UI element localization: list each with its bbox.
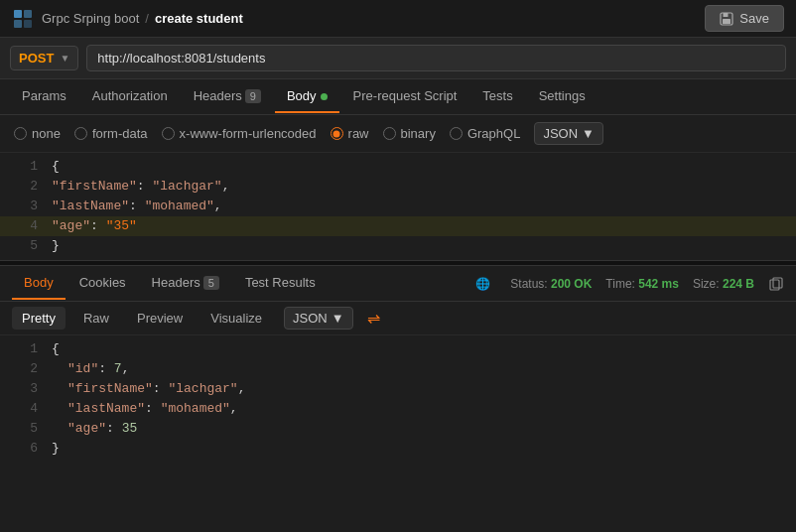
resp-json-chevron-icon: ▼ [332,311,344,326]
radio-circle-form-data [74,127,87,140]
view-tab-raw[interactable]: Raw [73,307,119,330]
copy-icon[interactable] [768,276,784,292]
resp-line-5: 5 "age": 35 [0,419,796,439]
radio-circle-urlencoded [162,127,175,140]
view-tab-visualize[interactable]: Visualize [200,307,272,330]
save-icon [720,12,733,26]
svg-rect-3 [24,20,32,28]
resp-tab-test-results[interactable]: Test Results [233,267,328,300]
resp-tab-cookies[interactable]: Cookies [67,267,138,300]
top-bar: Grpc Srping boot / create student Save [0,0,796,38]
svg-rect-1 [24,10,32,18]
req-line-2: 2 "firstName": "lachgar", [0,177,796,197]
resp-line-4: 4 "lastName": "mohamed", [0,399,796,419]
view-tab-preview[interactable]: Preview [127,307,193,330]
resp-line-6: 6 } [0,439,796,459]
radio-circle-raw [331,127,343,140]
resp-line-3: 3 "firstName": "lachgar", [0,379,796,399]
resp-tab-body[interactable]: Body [12,267,66,300]
tab-headers[interactable]: Headers9 [182,80,273,113]
response-body-editor: 1 { 2 "id": 7, 3 "firstName": "lachgar",… [0,335,796,463]
radio-raw[interactable]: raw [331,126,369,141]
time-label: Time: 542 ms [605,277,679,291]
resp-json-dropdown[interactable]: JSON ▼ [284,307,353,330]
breadcrumb-current: create student [155,11,243,26]
body-active-dot [321,93,328,100]
filter-icon[interactable]: ⇌ [367,309,380,328]
svg-rect-2 [14,20,22,28]
req-line-3: 3 "lastName": "mohamed", [0,197,796,216]
tab-pre-request[interactable]: Pre-request Script [341,80,469,113]
req-line-1: 1 { [0,157,796,177]
headers-badge: 9 [245,89,261,103]
radio-form-data[interactable]: form-data [74,126,148,141]
response-meta: 🌐 Status: 200 OK Time: 542 ms Size: 224 … [475,276,784,292]
resp-line-2: 2 "id": 7, [0,359,796,379]
method-label: POST [19,51,54,66]
request-body-editor[interactable]: 1 { 2 "firstName": "lachgar", 3 "lastNam… [0,153,796,260]
response-header: Body Cookies Headers5 Test Results 🌐 Sta… [0,266,796,302]
tab-body[interactable]: Body [275,80,339,113]
svg-rect-5 [724,13,729,17]
method-chevron: ▼ [60,53,69,64]
status-label: Status: 200 OK [510,277,592,291]
tab-tests[interactable]: Tests [470,80,524,113]
radio-graphql[interactable]: GraphQL [450,126,520,141]
response-tabs: Body Cookies Headers5 Test Results [12,267,328,300]
method-select[interactable]: POST ▼ [10,46,78,70]
url-bar: POST ▼ [0,38,796,79]
radio-urlencoded[interactable]: x-www-form-urlencoded [162,126,317,141]
json-format-dropdown[interactable]: JSON ▼ [534,122,603,145]
size-label: Size: 224 B [693,277,754,291]
tab-settings[interactable]: Settings [527,80,597,113]
request-tabs: Params Authorization Headers9 Body Pre-r… [0,79,796,115]
tab-params[interactable]: Params [10,80,78,113]
radio-binary[interactable]: binary [383,126,436,141]
svg-rect-6 [723,19,730,24]
response-section: Body Cookies Headers5 Test Results 🌐 Sta… [0,266,796,463]
url-input[interactable] [86,45,786,71]
radio-circle-none [14,127,27,140]
json-format-label: JSON [543,126,578,141]
tab-authorization[interactable]: Authorization [80,80,180,113]
top-bar-left: Grpc Srping boot / create student [12,8,243,30]
save-button[interactable]: Save [705,5,784,32]
resp-json-label: JSON [293,311,328,326]
resp-tab-headers[interactable]: Headers5 [140,267,231,300]
radio-circle-binary [383,127,396,140]
req-line-4: 4 "age": "35" [0,216,796,236]
resp-view-bar: Pretty Raw Preview Visualize JSON ▼ ⇌ [0,302,796,335]
radio-circle-graphql [450,127,463,140]
body-type-bar: none form-data x-www-form-urlencoded raw… [0,115,796,153]
breadcrumb-separator: / [145,11,149,26]
req-line-5: 5 } [0,236,796,256]
resp-headers-badge: 5 [203,276,219,290]
app-icon [12,8,34,30]
view-tab-pretty[interactable]: Pretty [12,307,66,330]
breadcrumb-app: Grpc Srping boot [42,11,139,26]
resp-line-1: 1 { [0,339,796,359]
globe-icon: 🌐 [475,277,490,291]
svg-rect-0 [14,10,22,18]
radio-none[interactable]: none [14,126,61,141]
breadcrumb: Grpc Srping boot / create student [42,11,243,26]
save-label: Save [739,11,769,26]
json-chevron-icon: ▼ [582,126,595,141]
